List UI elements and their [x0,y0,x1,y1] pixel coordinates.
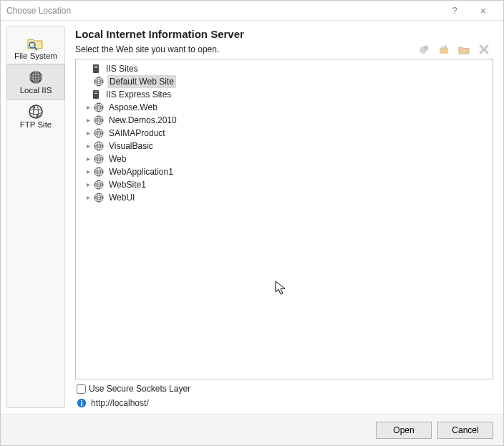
expander-icon[interactable]: ▸ [83,165,93,178]
expander-icon[interactable]: ▸ [83,178,93,191]
ssl-checkbox[interactable] [77,384,86,394]
globe-icon [93,102,105,113]
svg-rect-57 [81,402,82,406]
tree-root-iis-sites[interactable]: IIS Sites [79,62,490,75]
titlebar: Choose Location ? × [1,1,503,21]
url-row: http://localhost/ [75,398,493,408]
expander-icon[interactable]: ▸ [83,101,93,114]
sidebar-item-ftp-site[interactable]: FTP Site [7,99,64,133]
globe-icon [93,179,105,190]
panel-subtitle: Select the Web site you want to open. [75,44,417,54]
tree-label: WebSite1 [107,178,147,191]
help-button[interactable]: ? [440,5,469,16]
url-text: http://localhost/ [91,398,149,408]
globe-icon [93,115,105,126]
delete-icon[interactable] [478,43,490,56]
below-tree: Use Secure Sockets Layer http://localhos… [75,379,493,408]
sidebar-item-local-iis[interactable]: Local IIS [7,64,64,99]
server-icon [90,89,102,100]
tree-item[interactable]: ▸ New.Demos.2010 [79,114,490,127]
dialog-title: Choose Location [6,6,440,16]
svg-rect-16 [94,67,97,68]
expander-icon[interactable]: ▸ [83,114,93,127]
svg-rect-58 [81,400,82,402]
svg-rect-23 [94,93,97,94]
expander-icon[interactable]: ▸ [83,191,93,204]
toolbar [417,43,493,56]
expander-icon[interactable]: ▸ [83,140,93,152]
globe-icon [93,76,105,87]
tree-item[interactable]: ▸ WebUI [79,191,490,204]
svg-rect-12 [440,48,448,54]
tree-label: IIS Express Sites [105,88,173,101]
sidebar-item-file-system[interactable]: File System [7,30,64,64]
sidebar-item-label: Local IIS [20,86,52,94]
info-icon [77,398,87,408]
close-button[interactable]: × [469,4,498,16]
tree-label: VisualBasic [107,140,155,152]
tree-item-default-web-site[interactable]: Default Web Site [79,75,490,88]
location-sidebar: File System Local IIS [6,26,65,408]
tree-label: Aspose.Web [107,101,159,114]
new-app-icon[interactable] [417,43,430,56]
tree-label: Web [107,152,127,165]
globe-icon [93,140,105,152]
new-virtual-dir-icon[interactable] [437,43,450,56]
globe-icon [93,192,105,203]
folder-search-icon [26,34,46,52]
globe-icon [93,153,105,165]
server-icon [90,63,102,74]
tree-item[interactable]: ▸ SAIMAProduct [79,127,490,140]
globe-icon [93,166,105,178]
panel-heading: Local Internet Information Server [75,28,493,40]
choose-location-dialog: Choose Location ? × File System [0,0,504,446]
svg-point-11 [424,46,429,51]
svg-rect-14 [93,64,99,73]
svg-rect-22 [94,92,97,92]
tree-item[interactable]: ▸ Web [79,152,490,165]
expander-icon[interactable]: ▸ [83,152,93,165]
tree-label: IIS Sites [105,62,140,75]
sidebar-item-label: FTP Site [20,120,52,129]
cancel-button[interactable]: Cancel [437,422,493,439]
main-panel: Local Internet Information Server Select… [65,21,503,414]
tree-label: WebApplication1 [107,165,175,178]
open-button[interactable]: Open [376,422,432,439]
tree-label: WebUI [107,191,136,204]
open-folder-icon[interactable] [457,43,470,56]
globe-icon [26,69,46,86]
ssl-checkbox-label: Use Secure Sockets Layer [89,384,190,394]
svg-rect-15 [94,66,97,67]
tree-item[interactable]: ▸ WebSite1 [79,178,490,191]
tree-label: SAIMAProduct [107,127,167,140]
tree-root-iis-express-sites[interactable]: IIS Express Sites [79,88,490,101]
dialog-footer: Open Cancel [1,414,503,445]
tree-item[interactable]: ▸ WebApplication1 [79,165,490,178]
svg-rect-21 [93,90,99,99]
tree-label: Default Web Site [107,75,176,88]
ssl-checkbox-row[interactable]: Use Secure Sockets Layer [75,384,493,394]
tree-label: New.Demos.2010 [107,114,178,127]
svg-point-8 [29,110,42,115]
ftp-globe-icon [26,103,46,120]
tree-item[interactable]: ▸ VisualBasic [79,140,490,152]
globe-icon [93,127,105,139]
site-tree[interactable]: IIS Sites Default Web Site IIS Express S… [75,59,493,379]
expander-icon[interactable]: ▸ [83,127,93,140]
sidebar-item-label: File System [14,52,57,60]
tree-item[interactable]: ▸ Aspose.Web [79,101,490,114]
